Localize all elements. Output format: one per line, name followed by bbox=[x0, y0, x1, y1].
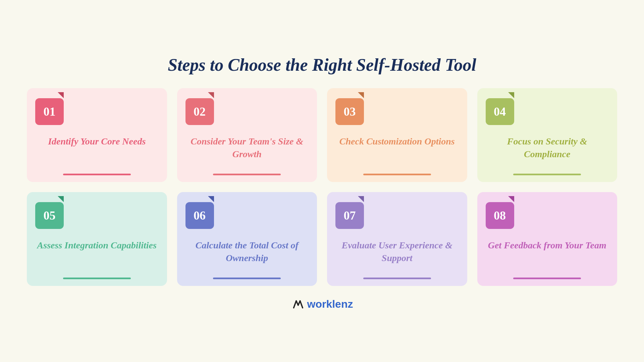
step-label-07: Evaluate User Experience & Support bbox=[335, 239, 459, 278]
step-card-08: 08 Get Feedback from Your Team bbox=[477, 192, 618, 286]
logo-work: work bbox=[307, 298, 332, 310]
step-label-08: Get Feedback from Your Team bbox=[486, 239, 609, 278]
step-label-02: Consider Your Team's Size & Growth bbox=[185, 135, 309, 174]
step-bar-05 bbox=[63, 278, 131, 279]
step-bar-03 bbox=[363, 174, 431, 175]
step-badge-01: 01 bbox=[35, 98, 64, 125]
step-badge-02: 02 bbox=[185, 98, 214, 125]
logo-text: worklenz bbox=[307, 298, 353, 310]
step-badge-03: 03 bbox=[335, 98, 364, 125]
steps-grid: 01 Identify Your Core Needs 02 Consider … bbox=[27, 88, 617, 286]
step-bar-02 bbox=[213, 174, 281, 175]
step-badge-06: 06 bbox=[185, 202, 214, 229]
step-bar-01 bbox=[63, 174, 131, 175]
step-bar-06 bbox=[213, 278, 281, 279]
page-title: Steps to Choose the Right Self-Hosted To… bbox=[168, 55, 476, 75]
step-label-03: Check Customization Options bbox=[335, 135, 459, 174]
step-card-06: 06 Calculate the Total Cost of Ownership bbox=[177, 192, 317, 286]
step-bar-07 bbox=[363, 278, 431, 279]
step-badge-04: 04 bbox=[486, 98, 514, 125]
step-card-01: 01 Identify Your Core Needs bbox=[27, 88, 167, 182]
footer-logo: worklenz bbox=[291, 298, 353, 310]
step-badge-07: 07 bbox=[335, 202, 364, 229]
step-card-05: 05 Assess Integration Capabilities bbox=[27, 192, 167, 286]
step-bar-04 bbox=[513, 174, 581, 175]
logo-lenz: lenz bbox=[332, 298, 353, 310]
step-card-03: 03 Check Customization Options bbox=[327, 88, 467, 182]
step-label-01: Identify Your Core Needs bbox=[35, 135, 159, 174]
step-card-04: 04 Focus on Security & Compliance bbox=[477, 88, 618, 182]
step-label-06: Calculate the Total Cost of Ownership bbox=[185, 239, 309, 278]
step-label-04: Focus on Security & Compliance bbox=[486, 135, 609, 174]
worklenz-logo-icon bbox=[291, 298, 304, 310]
step-card-02: 02 Consider Your Team's Size & Growth bbox=[177, 88, 317, 182]
step-label-05: Assess Integration Capabilities bbox=[35, 239, 159, 278]
step-bar-08 bbox=[513, 278, 581, 279]
step-card-07: 07 Evaluate User Experience & Support bbox=[327, 192, 467, 286]
step-badge-08: 08 bbox=[486, 202, 514, 229]
step-badge-05: 05 bbox=[35, 202, 64, 229]
